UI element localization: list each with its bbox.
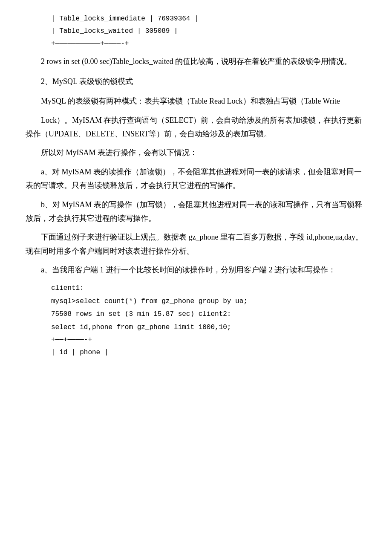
paragraph-example-intro: 下面通过例子来进行验证以上观点。数据表 gz_phone 里有二百多万数据，字段… — [26, 230, 366, 258]
client2-query: select id,phone from gz_phone limit 1000… — [51, 321, 366, 334]
client1-result: 75508 rows in set (3 min 15.87 sec) clie… — [51, 308, 366, 321]
main-content: | Table_locks_immediate | 76939364 | | T… — [26, 13, 366, 359]
section-2-title: 2、MySQL 表级锁的锁模式 — [26, 75, 366, 88]
paragraph-write-lock: b、对 MyISAM 表的写操作（加写锁），会阻塞其他进程对同一表的读和写操作，… — [26, 198, 366, 225]
paragraph-myisam-ops: 所以对 MyISAM 表进行操作，会有以下情况： — [26, 146, 366, 159]
client1-query: mysql>select count(*) from gz_phone grou… — [51, 295, 366, 308]
paragraph-lock-modes: MySQL 的表级锁有两种模式：表共享读锁（Table Read Lock）和表… — [26, 94, 366, 108]
separator-1: +———————————+————-+ — [51, 38, 366, 50]
code-line-waited: | Table_locks_waited | 305089 | — [51, 25, 366, 38]
table-header: | id | phone | — [51, 346, 366, 359]
paragraph-client-scenario: a、当我用客户端 1 进行一个比较长时间的读操作时，分别用客户端 2 进行读和写… — [26, 263, 366, 277]
paragraph-rows-result: 2 rows in set (0.00 sec)Table_locks_wait… — [26, 55, 366, 68]
paragraph-lock-auto: Lock）。MyISAM 在执行查询语句（SELECT）前，会自动给涉及的所有表… — [26, 113, 366, 141]
client1-label: client1: — [51, 282, 366, 295]
code-line-immediate: | Table_locks_immediate | 76939364 | — [51, 13, 366, 25]
table-separator: +——+————-+ — [51, 334, 366, 346]
paragraph-read-lock: a、对 MyISAM 表的读操作（加读锁），不会阻塞其他进程对同一表的读请求，但… — [26, 165, 366, 193]
